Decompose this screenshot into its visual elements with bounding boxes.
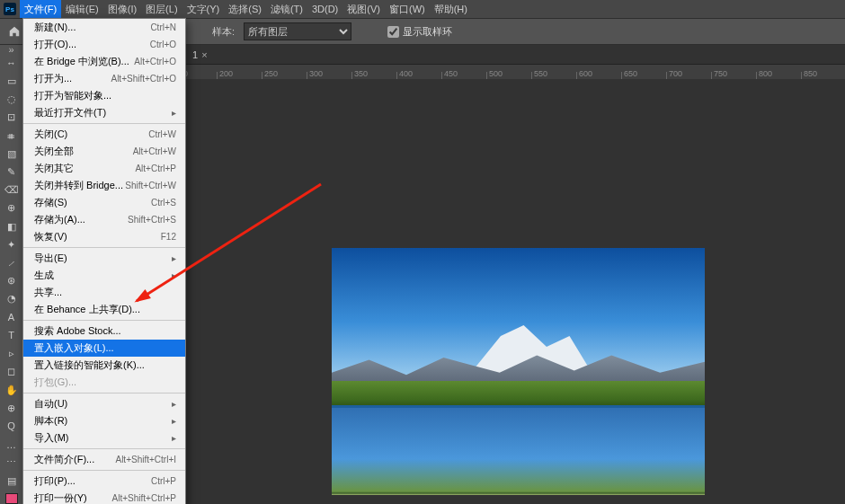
- document-image[interactable]: [332, 248, 705, 495]
- tool-button[interactable]: ◔: [2, 291, 22, 307]
- tool-button[interactable]: ⌫: [2, 182, 22, 199]
- menu-item[interactable]: 图像(I): [103, 0, 141, 18]
- menu-item[interactable]: 选择(S): [224, 0, 266, 18]
- menu-item[interactable]: 滤镜(T): [266, 0, 307, 18]
- menu-item[interactable]: 窗口(W): [385, 0, 430, 18]
- tool-button[interactable]: ⊕: [2, 200, 22, 217]
- tool-button[interactable]: ▭: [2, 73, 22, 89]
- tool-button[interactable]: ⩩: [2, 128, 22, 144]
- show-sampling-ring-checkbox[interactable]: [387, 26, 399, 38]
- tool-button[interactable]: ↔: [2, 55, 22, 71]
- tool-button[interactable]: ▹: [2, 346, 22, 362]
- app-logo: Ps: [4, 3, 16, 15]
- menu-item[interactable]: 关闭其它Alt+Ctrl+P: [23, 160, 185, 177]
- menu-item[interactable]: 文字(Y): [182, 0, 225, 18]
- show-sampling-ring[interactable]: 显示取样环: [387, 25, 452, 39]
- menu-item[interactable]: 关闭(C)Ctrl+W: [23, 126, 185, 143]
- tool-button[interactable]: ⋯: [2, 455, 22, 471]
- tool-button[interactable]: ◌: [2, 91, 22, 107]
- expand-toolbar-icon[interactable]: »: [0, 45, 22, 54]
- menu-item[interactable]: 脚本(R)▸: [23, 412, 185, 429]
- tool-button[interactable]: A: [2, 309, 22, 325]
- document-tab[interactable]: 1 ×: [185, 46, 215, 64]
- tool-button[interactable]: ⊕: [2, 400, 22, 416]
- tool-button[interactable]: ✎: [2, 164, 22, 180]
- menubar: Ps 文件(F)编辑(E)图像(I)图层(L)文字(Y)选择(S)滤镜(T)3D…: [0, 0, 845, 18]
- menu-item[interactable]: 图层(L): [141, 0, 182, 18]
- menu-item[interactable]: 在 Bridge 中浏览(B)...Alt+Ctrl+O: [23, 53, 185, 70]
- tool-button[interactable]: ✦: [2, 236, 22, 252]
- sample-select[interactable]: 所有图层: [244, 22, 351, 40]
- tool-button[interactable]: ▤: [2, 473, 22, 489]
- show-sampling-ring-label: 显示取样环: [403, 25, 452, 39]
- foreground-swatch[interactable]: [5, 493, 18, 504]
- tool-button[interactable]: ◧: [2, 218, 22, 234]
- menu-item[interactable]: 最近打开文件(T)▸: [23, 104, 185, 121]
- menu-item: 打包(G)...: [23, 374, 185, 391]
- menu-item[interactable]: 关闭全部Alt+Ctrl+W: [23, 143, 185, 160]
- menu-item[interactable]: 打开为智能对象...: [23, 87, 185, 104]
- sample-label: 样本:: [212, 25, 235, 39]
- menu-item[interactable]: 打印(P)...Ctrl+P: [23, 473, 185, 490]
- menu-item[interactable]: 打开(O)...Ctrl+O: [23, 36, 185, 53]
- tool-button[interactable]: ▧: [2, 146, 22, 162]
- menu-item[interactable]: 自动(U)▸: [23, 395, 185, 412]
- menu-item[interactable]: 打开为...Alt+Shift+Ctrl+O: [23, 70, 185, 87]
- close-icon[interactable]: ×: [201, 46, 207, 64]
- tool-button[interactable]: ✋: [2, 382, 22, 398]
- tool-button[interactable]: …: [2, 437, 22, 453]
- tool-button[interactable]: T: [2, 327, 22, 343]
- tool-button[interactable]: ⊡: [2, 110, 22, 126]
- tool-button[interactable]: ⊛: [2, 273, 22, 289]
- menu-item[interactable]: 打印一份(Y)Alt+Shift+Ctrl+P: [23, 490, 185, 504]
- menu-item[interactable]: 3D(D): [307, 0, 342, 18]
- menu-item[interactable]: 文件简介(F)...Alt+Shift+Ctrl+I: [23, 451, 185, 468]
- home-icon[interactable]: [5, 22, 23, 40]
- tool-button[interactable]: ◻: [2, 364, 22, 380]
- menu-item[interactable]: 帮助(H): [430, 0, 472, 18]
- menu-item[interactable]: 搜索 Adobe Stock...: [23, 323, 185, 340]
- menu-item[interactable]: 文件(F): [20, 0, 61, 18]
- menu-item[interactable]: 置入嵌入对象(L)...: [23, 340, 185, 357]
- tool-button[interactable]: ⟋: [2, 254, 22, 270]
- menu-item[interactable]: 新建(N)...Ctrl+N: [23, 19, 185, 36]
- tool-panel: » ↔▭◌⊡⩩▧✎⌫⊕◧✦⟋⊛◔AT▹◻✋⊕Q…⋯▤: [0, 45, 23, 504]
- menu-item[interactable]: 编辑(E): [61, 0, 103, 18]
- menu-item[interactable]: 视图(V): [342, 0, 385, 18]
- tool-button[interactable]: Q: [2, 418, 22, 434]
- menu-item[interactable]: 置入链接的智能对象(K)...: [23, 357, 185, 374]
- annotation-arrow: [128, 180, 334, 316]
- svg-line-0: [137, 184, 321, 301]
- document-tab-title: 1: [192, 46, 198, 64]
- menu-item[interactable]: 导入(M)▸: [23, 429, 185, 447]
